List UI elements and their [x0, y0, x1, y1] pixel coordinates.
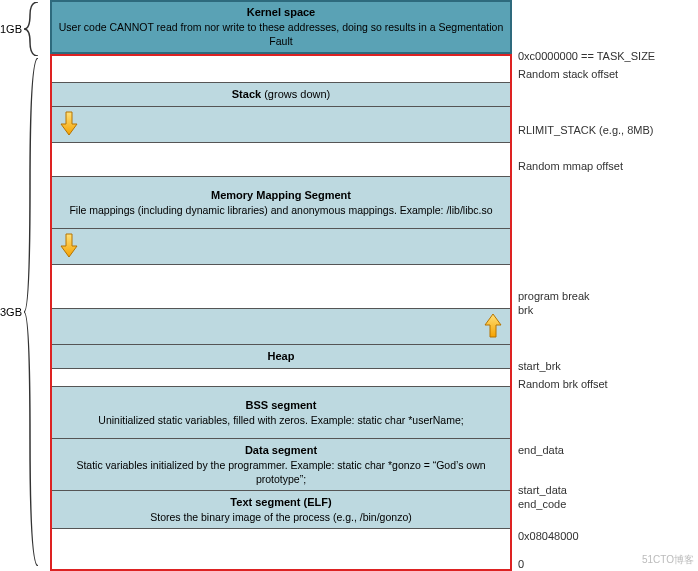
- stack-suffix: (grows down): [261, 88, 330, 100]
- heap-title: Heap: [268, 350, 295, 362]
- kernel-desc: User code CANNOT read from nor write to …: [58, 20, 504, 48]
- text-segment: Text segment (ELF) Stores the binary ima…: [52, 490, 510, 528]
- watermark: 51CTO博客: [642, 553, 694, 567]
- text-title: Text segment (ELF): [230, 496, 331, 508]
- memory-diagram: Kernel space User code CANNOT read from …: [50, 0, 512, 571]
- mmap-segment: Memory Mapping Segment File mappings (in…: [52, 176, 510, 228]
- random-brk-gap: [52, 368, 510, 386]
- kernel-title: Kernel space: [247, 6, 315, 18]
- arrow-down-icon: [58, 110, 80, 138]
- bss-desc: Uninitialized static variables, filled w…: [98, 413, 463, 427]
- label-brk: brk: [518, 304, 533, 316]
- label-rlimit-stack: RLIMIT_STACK (e.g., 8MB): [518, 124, 654, 136]
- bss-title: BSS segment: [246, 399, 317, 411]
- stack-title: Stack: [232, 88, 261, 100]
- mmap-desc: File mappings (including dynamic librari…: [69, 203, 492, 217]
- label-random-brk: Random brk offset: [518, 378, 608, 390]
- heap-arrow-segment: [52, 308, 510, 344]
- right-annotations: 0xc0000000 == TASK_SIZE Random stack off…: [512, 0, 698, 571]
- label-random-stack: Random stack offset: [518, 68, 618, 80]
- data-title: Data segment: [245, 444, 317, 456]
- zero-gap: [52, 528, 510, 569]
- text-desc: Stores the binary image of the process (…: [150, 510, 411, 524]
- stack-segment: Stack (grows down): [52, 82, 510, 106]
- heap-free-gap: [52, 264, 510, 308]
- label-end-code: end_code: [518, 498, 566, 510]
- label-program-break: program break: [518, 290, 590, 302]
- mmap-title: Memory Mapping Segment: [211, 189, 351, 201]
- stack-arrow-segment: [52, 106, 510, 142]
- label-zero: 0: [518, 558, 524, 570]
- label-start-brk: start_brk: [518, 360, 561, 372]
- mmap-arrow-segment: [52, 228, 510, 264]
- label-text-addr: 0x08048000: [518, 530, 579, 542]
- bss-segment: BSS segment Uninitialized static variabl…: [52, 386, 510, 438]
- heap-segment: Heap: [52, 344, 510, 368]
- random-stack-gap: [52, 56, 510, 82]
- kernel-space-segment: Kernel space User code CANNOT read from …: [50, 0, 512, 54]
- label-task-size: 0xc0000000 == TASK_SIZE: [518, 50, 655, 62]
- arrow-up-icon: [482, 312, 504, 340]
- brace-icon: [24, 58, 42, 566]
- user-space-region: Stack (grows down) Memory Mapping Segmen…: [50, 54, 512, 571]
- brace-icon: [24, 2, 42, 56]
- label-end-data: end_data: [518, 444, 564, 456]
- brace-1gb-label: 1GB: [0, 23, 22, 35]
- data-desc: Static variables initialized by the prog…: [58, 458, 504, 486]
- arrow-down-icon: [58, 232, 80, 260]
- label-random-mmap: Random mmap offset: [518, 160, 623, 172]
- random-mmap-gap: [52, 142, 510, 176]
- data-segment: Data segment Static variables initialize…: [52, 438, 510, 490]
- label-start-data: start_data: [518, 484, 567, 496]
- left-brace-column: 1GB 3GB: [0, 0, 50, 571]
- brace-3gb-label: 3GB: [0, 306, 22, 318]
